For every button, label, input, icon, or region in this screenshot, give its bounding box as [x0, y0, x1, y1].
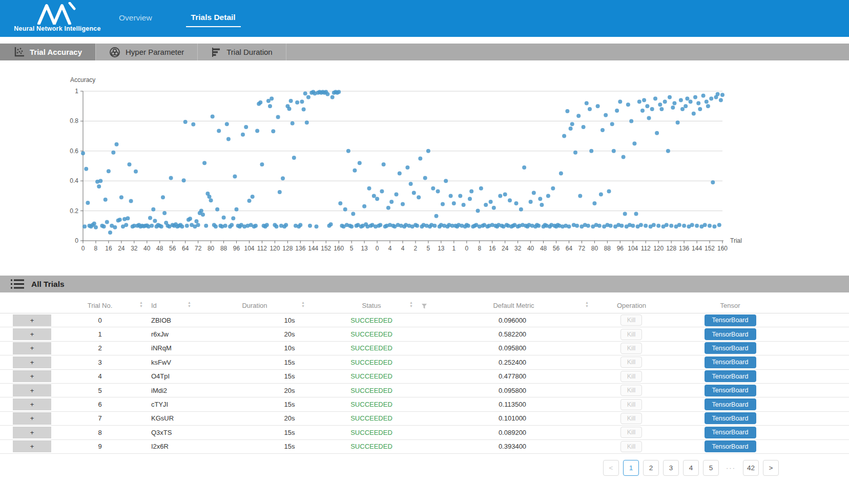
scatter-point[interactable] — [519, 207, 523, 212]
kill-button[interactable]: Kill — [620, 399, 642, 410]
scatter-point[interactable] — [412, 191, 416, 195]
scatter-point[interactable] — [82, 224, 87, 228]
scatter-point[interactable] — [118, 218, 122, 222]
scatter-point[interactable] — [653, 97, 657, 101]
scatter-point[interactable] — [159, 224, 163, 228]
kill-button[interactable]: Kill — [620, 343, 642, 354]
scatter-point[interactable] — [268, 104, 272, 108]
scatter-point[interactable] — [671, 106, 675, 110]
scatter-point[interactable] — [185, 224, 189, 228]
scatter-point[interactable] — [562, 134, 566, 138]
scatter-point[interactable] — [492, 206, 496, 210]
scatter-point[interactable] — [615, 109, 619, 113]
scatter-point[interactable] — [254, 224, 258, 228]
scatter-point[interactable] — [695, 224, 699, 228]
scatter-point[interactable] — [600, 128, 605, 132]
scatter-point[interactable] — [195, 219, 199, 223]
kill-button[interactable]: Kill — [620, 413, 642, 424]
scatter-point[interactable] — [466, 224, 470, 228]
scatter-point[interactable] — [599, 193, 603, 197]
scatter-point[interactable] — [129, 199, 133, 203]
scatter-point[interactable] — [300, 99, 304, 103]
sort-icon[interactable]: ▲▼ — [409, 301, 413, 308]
sort-icon[interactable]: ▲▼ — [188, 301, 191, 308]
scatter-point[interactable] — [105, 220, 109, 224]
expand-row-button[interactable]: + — [13, 342, 51, 354]
scatter-point[interactable] — [214, 224, 218, 228]
scatter-point[interactable] — [462, 203, 466, 207]
scatter-point[interactable] — [650, 107, 654, 111]
scatter-point[interactable] — [292, 156, 296, 160]
scatter-point[interactable] — [230, 223, 234, 227]
scatter-point[interactable] — [291, 121, 295, 125]
scatter-point[interactable] — [202, 161, 206, 165]
pagination-page-1[interactable]: 1 — [623, 460, 639, 476]
scatter-point[interactable] — [469, 190, 473, 194]
scatter-point[interactable] — [222, 216, 226, 220]
scatter-point[interactable] — [111, 151, 115, 155]
scatter-point[interactable] — [81, 151, 85, 155]
kill-button[interactable]: Kill — [620, 371, 642, 382]
scatter-point[interactable] — [150, 224, 154, 228]
expand-row-button[interactable]: + — [13, 328, 51, 340]
scatter-point[interactable] — [711, 180, 715, 184]
scatter-point[interactable] — [632, 141, 636, 145]
tensorboard-button[interactable]: TensorBoard — [705, 370, 756, 382]
scatter-point[interactable] — [668, 95, 672, 99]
sort-icon[interactable]: ▲▼ — [301, 301, 305, 308]
scatter-point[interactable] — [162, 211, 167, 215]
column-header-duration[interactable]: Duration — [211, 302, 298, 309]
scatter-point[interactable] — [612, 149, 616, 153]
nav-tab-overview[interactable]: Overview — [114, 10, 157, 27]
column-header-id[interactable]: Id — [151, 302, 157, 309]
scatter-point[interactable] — [98, 179, 102, 183]
scatter-point[interactable] — [115, 142, 119, 146]
scatter-point[interactable] — [484, 203, 488, 207]
scatter-point[interactable] — [665, 223, 669, 227]
scatter-point[interactable] — [652, 223, 656, 227]
tab-hyper-parameter[interactable]: Hyper Parameter — [96, 44, 198, 60]
scatter-point[interactable] — [639, 223, 643, 227]
scatter-point[interactable] — [329, 222, 333, 226]
scatter-point[interactable] — [679, 98, 683, 102]
scatter-point[interactable] — [692, 112, 696, 116]
scatter-point[interactable] — [610, 122, 614, 126]
scatter-point[interactable] — [597, 224, 602, 228]
scatter-point[interactable] — [108, 230, 112, 235]
scatter-point[interactable] — [92, 221, 96, 225]
scatter-point[interactable] — [642, 98, 646, 102]
scatter-point[interactable] — [358, 161, 362, 165]
scatter-point[interactable] — [573, 151, 577, 155]
scatter-point[interactable] — [298, 223, 302, 227]
tensorboard-button[interactable]: TensorBoard — [705, 398, 756, 410]
scatter-point[interactable] — [663, 99, 667, 103]
scatter-point[interactable] — [148, 216, 152, 220]
kill-button[interactable]: Kill — [620, 427, 642, 438]
scatter-point[interactable] — [337, 90, 341, 94]
scatter-point[interactable] — [113, 225, 117, 229]
scatter-point[interactable] — [685, 97, 689, 101]
scatter-point[interactable] — [153, 219, 157, 223]
scatter-point[interactable] — [258, 100, 262, 104]
scatter-point[interactable] — [452, 201, 456, 205]
scatter-point[interactable] — [395, 193, 399, 197]
scatter-point[interactable] — [565, 109, 569, 113]
scatter-point[interactable] — [514, 201, 519, 205]
pagination-prev-button[interactable]: < — [603, 460, 619, 476]
expand-row-button[interactable]: + — [13, 370, 51, 382]
scatter-point[interactable] — [578, 194, 582, 198]
scatter-point[interactable] — [343, 207, 347, 212]
expand-row-button[interactable]: + — [13, 314, 51, 326]
scatter-point[interactable] — [696, 101, 700, 105]
scatter-point[interactable] — [418, 156, 422, 160]
scatter-point[interactable] — [585, 101, 589, 105]
scatter-point[interactable] — [251, 195, 255, 199]
scatter-point[interactable] — [281, 176, 285, 180]
scatter-point[interactable] — [586, 224, 590, 228]
scatter-point[interactable] — [124, 223, 128, 227]
scatter-point[interactable] — [398, 172, 402, 176]
kill-button[interactable]: Kill — [620, 385, 642, 396]
tab-trial-accuracy[interactable]: Trial Accuracy — [0, 44, 96, 60]
scatter-point[interactable] — [444, 179, 448, 183]
scatter-point[interactable] — [436, 190, 440, 194]
